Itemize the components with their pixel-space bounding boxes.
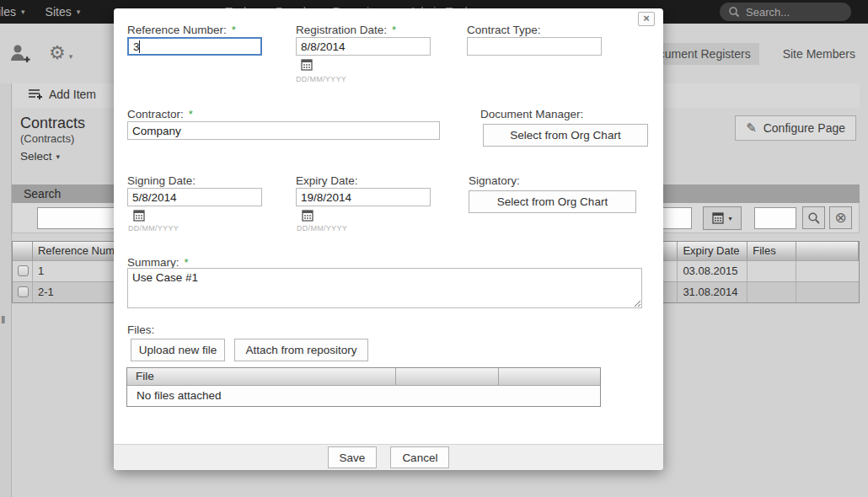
column-header-files[interactable]: Files [747, 242, 796, 260]
signatory-select-button[interactable]: Select from Org Chart [469, 190, 636, 213]
chevron-down-icon: ▾ [21, 8, 25, 16]
contract-type-label: Contract Type: [467, 24, 541, 36]
panel-resize-handle[interactable]: ‖ [1, 313, 5, 326]
required-marker: * [185, 256, 189, 269]
calendar-picker-icon[interactable] [302, 210, 313, 222]
contractor-input[interactable] [127, 121, 440, 140]
cell-files [747, 282, 796, 302]
upload-new-file-button[interactable]: Upload new file [131, 339, 225, 361]
select-dropdown[interactable]: Select ▾ [20, 150, 60, 163]
files-column-blank [396, 368, 500, 385]
row-checkbox[interactable] [18, 265, 29, 276]
summary-textarea[interactable]: Use Case #1 [127, 268, 642, 308]
signing-date-input[interactable] [127, 188, 262, 206]
column-header-expiry[interactable]: Expiry Date [678, 242, 747, 260]
search-input[interactable] [746, 6, 839, 19]
nav-item-sites[interactable]: Sites ▾ [46, 5, 81, 19]
chevron-down-icon: ▾ [77, 8, 81, 16]
column-header-checkbox [13, 242, 33, 260]
application-window: iles ▾ Sites ▾ Tasks People Repository A… [0, 0, 868, 497]
signing-date-label: Signing Date: [127, 174, 196, 187]
registration-date-label: Registration Date:* [296, 24, 396, 36]
row-checkbox[interactable] [18, 286, 29, 297]
files-column-file: File [127, 368, 396, 385]
cell-files [747, 261, 796, 281]
reference-number-input[interactable] [127, 37, 262, 56]
required-marker: * [392, 24, 396, 36]
calendar-icon [712, 212, 724, 224]
chevron-down-icon: ▾ [69, 52, 73, 61]
cell-expiry: 31.08.2014 [678, 282, 747, 302]
select-label: Select [20, 150, 52, 163]
files-label: Files: [127, 323, 154, 336]
search-icon [728, 6, 740, 18]
signatory-label: Signatory: [469, 174, 520, 187]
chevron-down-icon: ▾ [56, 152, 61, 161]
global-search-box[interactable] [720, 3, 851, 21]
configure-page-button[interactable]: ✎ Configure Page [735, 115, 856, 141]
add-item-label: Add Item [49, 88, 96, 101]
date-format-hint: DD/MM/YYYY [297, 224, 347, 232]
left-panel-rail: ‖ [0, 83, 12, 497]
page-subtitle: (Contracts) [20, 132, 74, 145]
invite-user-icon[interactable] [8, 42, 30, 64]
cancel-button[interactable]: Cancel [390, 446, 449, 468]
add-item-button[interactable]: Add Item [28, 88, 96, 101]
search-section-title: Search [24, 187, 61, 200]
page-title: Contracts [20, 115, 85, 132]
column-header-blank [796, 242, 859, 260]
files-column-blank [499, 368, 600, 385]
nav-item-files[interactable]: iles ▾ [0, 5, 25, 19]
search-icon [807, 211, 821, 225]
pencil-icon: ✎ [746, 120, 757, 136]
dialog-footer: Save Cancel [114, 444, 663, 470]
document-manager-select-button[interactable]: Select from Org Chart [483, 124, 648, 147]
nav-item-label: iles [0, 5, 16, 19]
reference-number-label: Reference Number:* [127, 24, 236, 36]
clear-circle-icon: ⊗ [834, 211, 846, 225]
configure-page-label: Configure Page [764, 121, 845, 135]
files-empty-message: No files attached [127, 386, 600, 406]
gear-icon: ⚙ [49, 42, 66, 63]
contract-type-input[interactable] [467, 37, 602, 56]
date-format-hint: DD/MM/YYYY [128, 224, 179, 232]
settings-menu[interactable]: ⚙▾ [49, 44, 72, 62]
chevron-down-icon: ▾ [728, 215, 731, 222]
clear-search-button[interactable]: ⊗ [829, 206, 852, 229]
site-members-button[interactable]: Site Members [774, 43, 864, 65]
date-format-hint: DD/MM/YYYY [296, 75, 346, 83]
required-marker: * [232, 24, 236, 36]
text-cursor [139, 40, 140, 53]
save-button[interactable]: Save [328, 446, 378, 468]
close-icon[interactable]: × [638, 12, 655, 26]
date-filter-button[interactable]: ▾ [703, 206, 742, 230]
summary-label: Summary:* [127, 256, 189, 269]
required-marker: * [189, 108, 193, 120]
calendar-picker-icon[interactable] [301, 59, 313, 71]
cell-expiry: 03.08.2015 [678, 261, 747, 281]
calendar-picker-icon[interactable] [133, 210, 145, 222]
run-search-button[interactable] [802, 206, 825, 229]
attached-files-table: File No files attached [126, 367, 601, 407]
document-manager-label: Document Manager: [480, 108, 583, 120]
nav-item-label: Sites [46, 5, 72, 19]
contractor-label: Contractor:* [127, 108, 193, 120]
edit-contract-dialog: × Reference Number:* Registration Date:*… [114, 8, 663, 470]
attach-from-repository-button[interactable]: Attach from repository [234, 339, 368, 361]
expiry-date-label: Expiry Date: [296, 174, 358, 187]
add-item-icon [28, 88, 42, 101]
registration-date-input[interactable] [296, 37, 431, 56]
filter-value-input[interactable] [754, 207, 796, 229]
expiry-date-input[interactable] [296, 188, 431, 206]
files-table-header: File [127, 368, 600, 386]
